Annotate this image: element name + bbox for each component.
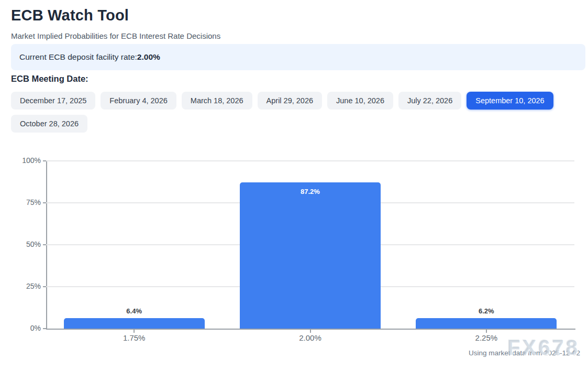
- current-rate-value: 2.00%: [137, 52, 160, 62]
- meeting-date-button[interactable]: December 17, 2025: [11, 92, 95, 110]
- ecb-watch-tool-page: ECB Watch Tool Market Implied Probabilit…: [0, 0, 588, 370]
- page-title: ECB Watch Tool: [11, 7, 129, 24]
- chart-bar: [64, 318, 205, 329]
- meeting-date-list: December 17, 2025February 4, 2026March 1…: [11, 92, 579, 133]
- meeting-date-button[interactable]: March 18, 2026: [182, 92, 252, 110]
- chart-bar: [240, 182, 381, 329]
- y-axis-tick: [43, 244, 46, 245]
- y-axis-tick: [43, 328, 46, 329]
- gridline: [46, 202, 574, 203]
- meeting-date-button[interactable]: June 10, 2026: [327, 92, 393, 110]
- gridline: [46, 160, 574, 161]
- y-axis-tick-label: 50%: [0, 240, 41, 248]
- gridline: [46, 286, 574, 287]
- y-axis-tick: [43, 160, 46, 161]
- x-axis-tick-label: 2.00%: [279, 333, 342, 342]
- x-axis-tick: [486, 330, 487, 333]
- y-axis-tick-label: 100%: [0, 156, 41, 165]
- bar-value-label: 87.2%: [240, 188, 381, 195]
- gridline: [46, 244, 574, 245]
- meeting-date-button[interactable]: February 4, 2026: [101, 92, 176, 110]
- x-axis-tick-label: 1.75%: [103, 333, 165, 342]
- y-axis-tick: [43, 202, 46, 203]
- plot-area: [46, 161, 575, 330]
- y-axis-tick-label: 25%: [0, 282, 41, 290]
- meeting-date-label: ECB Meeting Date:: [11, 74, 88, 84]
- current-rate-banner: Current ECB deposit facility rate: 2.00%: [11, 44, 585, 70]
- chart-bar: [416, 318, 557, 329]
- page-subtitle: Market Implied Probabilities for ECB Int…: [11, 31, 220, 40]
- bar-value-label: 6.4%: [64, 307, 205, 315]
- x-axis-tick: [134, 330, 135, 333]
- fx678-watermark: FX678: [507, 337, 580, 358]
- x-axis-tick: [310, 330, 311, 333]
- y-axis-tick-label: 75%: [0, 198, 41, 206]
- bar-value-label: 6.2%: [416, 307, 557, 315]
- meeting-date-button[interactable]: July 22, 2026: [398, 92, 461, 110]
- y-axis-tick-label: 0%: [0, 324, 41, 332]
- meeting-date-button[interactable]: September 10, 2026: [467, 92, 553, 110]
- y-axis-tick: [43, 286, 46, 287]
- meeting-date-button[interactable]: October 28, 2026: [11, 115, 87, 133]
- current-rate-label: Current ECB deposit facility rate:: [19, 52, 137, 62]
- meeting-date-button[interactable]: April 29, 2026: [258, 92, 322, 110]
